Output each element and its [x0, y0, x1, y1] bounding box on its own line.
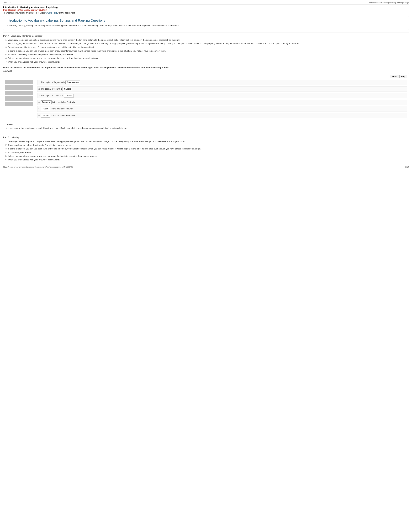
sentence-row-5: 5. Oslo is the capital of Norway. — [37, 106, 407, 112]
part-b-instructions: Labeling exercises require you to place … — [3, 140, 409, 162]
sentence-5-number: 5. — [39, 107, 40, 110]
header-date: 2/28/2020 — [3, 2, 11, 4]
reset-button[interactable]: Reset — [390, 75, 399, 78]
list-item: Before you submit your answers, you can … — [8, 154, 409, 158]
sentence-1-prefix: The capital of Argentina is — [41, 81, 65, 84]
sentence-1-number: 1. — [39, 81, 40, 84]
grading-policy-text: To understand how points are awarded, re… — [3, 12, 409, 14]
list-item: Vocabulary (sentence completion) exercis… — [8, 38, 409, 42]
vocab-content: 1. The capital of Argentina is Buenos Ai… — [5, 80, 407, 118]
list-item: Before you submit your answers, you can … — [8, 57, 409, 60]
part-a-instructions: Vocabulary (sentence completion) exercis… — [3, 38, 409, 64]
sentence-row-2: 2. The capital of Kenya is Nairobi . — [37, 86, 407, 92]
part-b-name: Labeling — [11, 136, 19, 139]
sentence-1-suffix: . — [81, 81, 81, 84]
list-item: In some exercises, you can use a word mo… — [8, 49, 409, 53]
list-item: To start over, click Reset. — [8, 151, 409, 154]
sentence-row-3: 3. The capital of Canada is Ottawa . — [37, 93, 407, 98]
help-button[interactable]: Help — [399, 75, 407, 78]
sentence-6-blank[interactable]: Jakarta — [41, 114, 50, 117]
section-box: Introduction to Vocabulary, Labeling, So… — [3, 16, 409, 30]
correct-body-suffix: if you have difficulty completing vocabu… — [48, 127, 127, 129]
list-item: When dragging a term over to a blank, be… — [8, 42, 409, 45]
list-item: To start a vocabulary (sentence completi… — [8, 53, 409, 57]
list-item: When you are satisfied with your answers… — [8, 60, 409, 64]
footer-url: https://session.masteringaandp.com/myct/… — [3, 166, 73, 168]
list-item: In some exercises, you can use each labe… — [8, 147, 409, 151]
list-item: When you are satisfied with your answers… — [8, 158, 409, 162]
sentence-3-number: 3. — [39, 94, 40, 97]
sentence-3-suffix: . — [74, 94, 75, 97]
sentence-2-suffix: . — [73, 88, 74, 90]
header-title: Introduction to Mastering Anatomy and Ph… — [369, 2, 409, 4]
vocab-toolbar: Reset Help — [5, 75, 407, 78]
term-slot-5[interactable] — [5, 102, 33, 106]
answer-label: ANSWER: — [3, 70, 409, 72]
sentence-row-1: 1. The capital of Argentina is Buenos Ai… — [37, 80, 407, 85]
correct-help-bold: Help — [43, 127, 48, 129]
page-footer: https://session.masteringaandp.com/myct/… — [3, 165, 409, 168]
sentence-3-prefix: The capital of Canada is — [41, 94, 64, 97]
sentence-1-blank[interactable]: Buenos Aires — [65, 81, 80, 84]
sentence-3-blank[interactable]: Ottawa — [64, 94, 74, 97]
correct-box: Correct You can refer to this question o… — [3, 122, 409, 132]
correct-body: You can refer to this question or consul… — [6, 126, 406, 130]
due-date: Due: 11:59pm on Wednesday, January 22, 2… — [3, 9, 409, 11]
list-item: Do not leave any blanks empty. For some … — [8, 46, 409, 49]
vocab-terms-column — [5, 80, 34, 118]
list-item: Labeling exercises require you to place … — [8, 140, 409, 143]
part-a-header: Part A - Vocabulary (Sentence Completion… — [3, 35, 409, 37]
part-b-label: Part B - — [3, 136, 11, 139]
vocab-sentences-column: 1. The capital of Argentina is Buenos Ai… — [37, 80, 407, 118]
footer-page-num: 1/10 — [405, 166, 409, 168]
section-desc: Vocabulary, labeling, sorting, and ranki… — [7, 24, 405, 27]
part-b-header: Part B - Labeling — [3, 136, 409, 139]
list-item: There may be more labels than targets. N… — [8, 143, 409, 147]
sentence-5-middle: is the capital of Norway. — [51, 107, 73, 110]
match-instruction: Match the words in the left column to th… — [3, 66, 409, 69]
assignment-header: Introduction to Mastering Anatomy and Ph… — [3, 6, 409, 14]
term-slot-1[interactable] — [5, 80, 33, 84]
grading-policy-link[interactable]: Grading Policy — [45, 12, 58, 14]
correct-body-text: You can refer to this question or consul… — [6, 127, 43, 129]
sentence-4-middle: is the capital of Australia. — [52, 101, 76, 103]
section-title: Introduction to Vocabulary, Labeling, So… — [7, 19, 405, 22]
page-header: 2/28/2020 Introduction to Mastering Anat… — [3, 2, 409, 5]
sentence-2-number: 2. — [39, 88, 40, 90]
sentence-row-6: 6. Jakarta is the capital of Indonesia. — [37, 113, 407, 118]
correct-header: Correct — [6, 124, 406, 126]
sentence-4-blank[interactable]: Canberra — [41, 100, 51, 104]
sentence-2-prefix: The capital of Kenya is — [41, 88, 62, 90]
sentence-row-4: 4. Canberra is the capital of Australia. — [37, 100, 407, 105]
term-slot-4[interactable] — [5, 96, 33, 101]
assignment-title: Introduction to Mastering Anatomy and Ph… — [3, 6, 409, 9]
vocab-exercise-box: Reset Help 1. The capital of Argentina i… — [3, 73, 409, 120]
sentence-6-middle: is the capital of Indonesia. — [51, 114, 75, 117]
term-slot-2[interactable] — [5, 85, 33, 90]
grading-suffix: for this assignment. — [58, 12, 75, 14]
term-slot-3[interactable] — [5, 91, 33, 95]
part-a-label: Part A - — [3, 35, 11, 37]
grading-prefix: To understand how points are awarded, re… — [3, 12, 45, 14]
sentence-6-number: 6. — [39, 114, 40, 117]
sentence-2-blank[interactable]: Nairobi — [62, 87, 72, 91]
sentence-5-blank[interactable]: Oslo — [41, 107, 50, 111]
sentence-4-number: 4. — [39, 101, 40, 103]
part-a-name: Vocabulary (Sentence Completion) — [11, 35, 43, 37]
